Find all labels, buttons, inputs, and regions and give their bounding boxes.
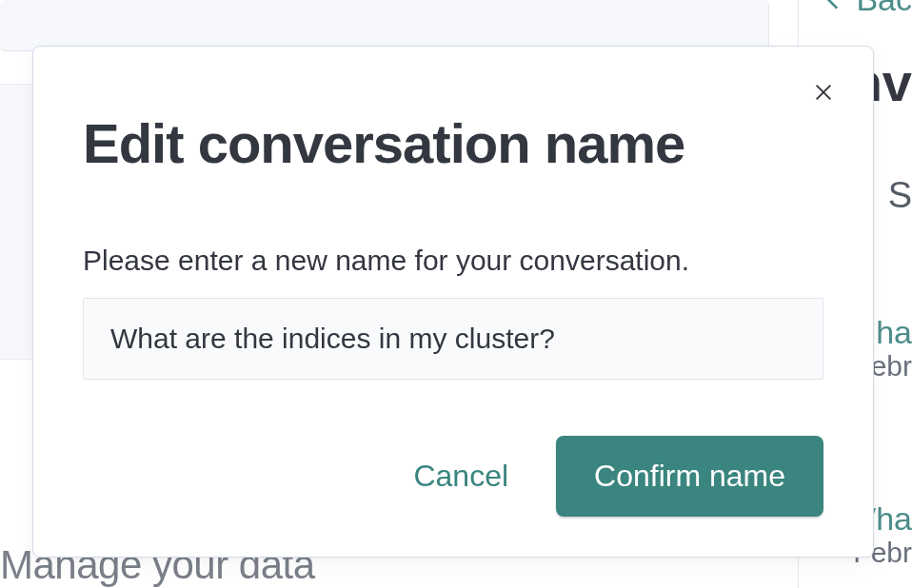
bg-link-fragment-1: ha xyxy=(876,314,912,351)
arrow-left-icon xyxy=(822,0,846,12)
bg-back-label: Bac xyxy=(856,0,912,18)
modal-title: Edit conversation name xyxy=(83,113,823,174)
confirm-button[interactable]: Confirm name xyxy=(556,436,823,517)
close-button[interactable] xyxy=(804,73,843,111)
cancel-button[interactable]: Cancel xyxy=(404,441,518,511)
conversation-name-input[interactable] xyxy=(83,298,823,380)
edit-conversation-modal: Edit conversation name Please enter a ne… xyxy=(32,46,874,558)
close-icon xyxy=(813,82,834,103)
modal-footer: Cancel Confirm name xyxy=(83,436,823,517)
bg-top-box xyxy=(0,0,769,51)
bg-back-link: Bac xyxy=(814,0,912,18)
modal-description: Please enter a new name for your convers… xyxy=(83,245,823,277)
bg-s-fragment: S xyxy=(888,175,912,216)
